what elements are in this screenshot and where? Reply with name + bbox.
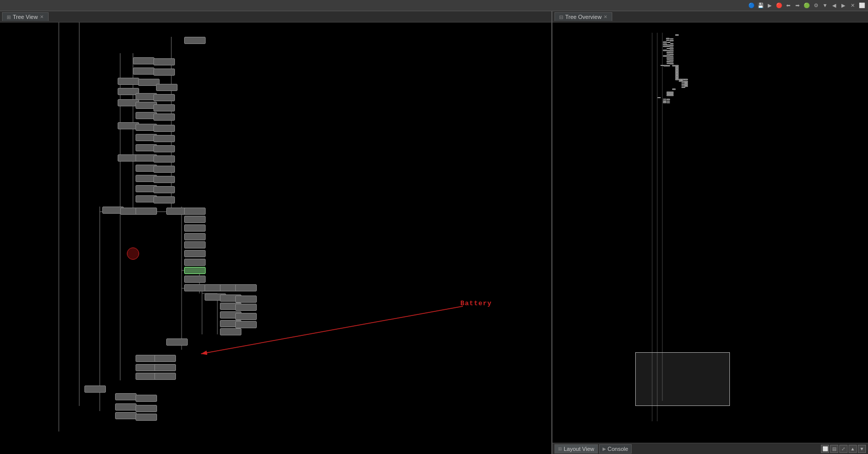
mini-node-28 (670, 57, 674, 59)
tree-node-26[interactable] (153, 155, 175, 163)
tree-view-tab-icon: ⊞ (7, 14, 11, 20)
tree-node-5[interactable] (153, 69, 175, 76)
layout-view-tab[interactable]: ⊞ Layout View (554, 444, 598, 453)
tree-node-3[interactable] (153, 58, 175, 65)
mini-node-5 (670, 40, 674, 41)
red-circle-annotation (127, 247, 139, 260)
tree-node-48[interactable] (184, 284, 206, 291)
tree-node-23[interactable] (153, 145, 175, 152)
icon-refresh[interactable]: 🟢 (803, 2, 811, 10)
tree-overview-tab-icon: ⊟ (559, 14, 563, 20)
tree-node-1[interactable] (184, 37, 206, 44)
icon-run[interactable]: ▶ (766, 2, 774, 10)
tree-node-70[interactable] (115, 393, 137, 400)
tree-node-19[interactable] (153, 125, 175, 132)
tree-node-65[interactable] (136, 364, 157, 371)
tree-overview-tab-close[interactable]: ✕ (604, 14, 608, 19)
connections-svg (0, 22, 551, 454)
mini-node-69 (657, 97, 661, 99)
tree-node-51[interactable] (235, 284, 257, 291)
mini-node-8 (670, 43, 674, 44)
tree-node-47[interactable] (184, 276, 206, 283)
tree-node-73[interactable] (136, 405, 157, 412)
tree-node-16[interactable] (153, 114, 175, 121)
icon-next[interactable]: ▶ (839, 2, 848, 10)
console-icon: ▶ (603, 446, 606, 451)
icon-back[interactable]: ⬅ (784, 2, 792, 10)
tree-node-72[interactable] (115, 403, 137, 411)
tree-node-4[interactable] (133, 67, 154, 75)
tree-node-30[interactable] (153, 176, 175, 183)
tree-node-67[interactable] (136, 373, 157, 380)
tree-overview-tab[interactable]: ⊟ Tree Overview ✕ (554, 12, 612, 21)
btn-2[interactable]: ▤ (830, 445, 838, 453)
tree-view-tab-close[interactable]: ✕ (40, 14, 44, 19)
mini-node-70 (663, 99, 667, 100)
icon-close[interactable]: ✕ (849, 2, 857, 10)
icon-settings[interactable]: ⚙ (812, 2, 820, 10)
tree-node-75[interactable] (136, 414, 157, 421)
viewport-indicator[interactable] (635, 352, 730, 406)
tree-node-11[interactable] (153, 94, 175, 101)
tree-node-37[interactable] (136, 208, 157, 215)
tree-node-34[interactable] (153, 196, 175, 203)
overview-tab-bar: ⊟ Tree Overview ✕ (552, 11, 868, 22)
tree-node-66[interactable] (154, 364, 176, 371)
mini-node-51 (684, 79, 688, 80)
tree-node-42[interactable] (184, 233, 206, 240)
tree-node-40[interactable] (184, 216, 206, 223)
icon-stop[interactable]: 🔴 (775, 2, 783, 10)
tree-canvas: Battery (0, 22, 551, 454)
mini-node-3 (670, 38, 674, 40)
tree-node-32[interactable] (153, 186, 175, 193)
tree-node-71[interactable] (136, 395, 157, 402)
tree-node-44[interactable] (184, 250, 206, 257)
icon-minimize[interactable]: ▼ (821, 2, 829, 10)
mini-node-6 (663, 41, 667, 43)
btn-3[interactable]: ⤢ (839, 445, 848, 453)
icon-home[interactable]: 🔵 (747, 2, 755, 10)
tree-node-14[interactable] (153, 104, 175, 111)
console-tab[interactable]: ▶ Console (599, 444, 632, 453)
tree-node-64[interactable] (154, 355, 176, 362)
tree-node-54[interactable] (235, 296, 257, 303)
tree-node-6[interactable] (118, 78, 139, 85)
tree-node-62[interactable] (166, 338, 188, 346)
mini-node-26 (670, 56, 674, 57)
arrows-svg (0, 22, 551, 454)
mini-node-30 (670, 59, 674, 61)
tree-node-45[interactable] (184, 259, 206, 266)
btn-zoom-in[interactable]: ▲ (849, 445, 857, 453)
battery-label: Battery (460, 300, 492, 307)
mini-node-71 (666, 99, 671, 100)
mini-node-37 (666, 65, 671, 66)
tree-view-tab[interactable]: ⊞ Tree View ✕ (2, 12, 49, 21)
tree-node-74[interactable] (115, 412, 137, 419)
tree-node-43[interactable] (184, 241, 206, 248)
tree-node-56[interactable] (235, 304, 257, 311)
mini-node-75 (666, 102, 671, 104)
tree-node-2[interactable] (133, 57, 154, 64)
tree-node-63[interactable] (136, 355, 157, 362)
icon-maximize[interactable]: ⬜ (858, 2, 866, 10)
tree-node-61[interactable] (220, 328, 241, 335)
mini-node-64 (670, 92, 674, 93)
tree-node-46[interactable] (184, 267, 206, 274)
tree-node-68[interactable] (154, 373, 176, 380)
btn-zoom-out[interactable]: ▼ (858, 445, 866, 453)
tree-node-28[interactable] (153, 166, 175, 173)
tree-node-60[interactable] (235, 321, 257, 328)
btn-1[interactable]: ⬜ (821, 445, 829, 453)
icon-save[interactable]: 💾 (756, 2, 765, 10)
tree-overview-panel: ⊟ Tree Overview ✕ (552, 11, 868, 454)
mini-node-23 (670, 54, 674, 55)
icon-prev[interactable]: ◀ (830, 2, 838, 10)
tree-node-58[interactable] (235, 313, 257, 320)
tree-node-21[interactable] (153, 135, 175, 142)
tree-node-69[interactable] (84, 385, 106, 393)
tree-node-39[interactable] (184, 208, 206, 215)
top-toolbar: 🔵 💾 ▶ 🔴 ⬅ ➡ 🟢 ⚙ ▼ ◀ ▶ ✕ ⬜ (0, 0, 868, 11)
tree-node-41[interactable] (184, 224, 206, 232)
icon-forward[interactable]: ➡ (793, 2, 802, 10)
tree-node-8[interactable] (156, 84, 177, 91)
